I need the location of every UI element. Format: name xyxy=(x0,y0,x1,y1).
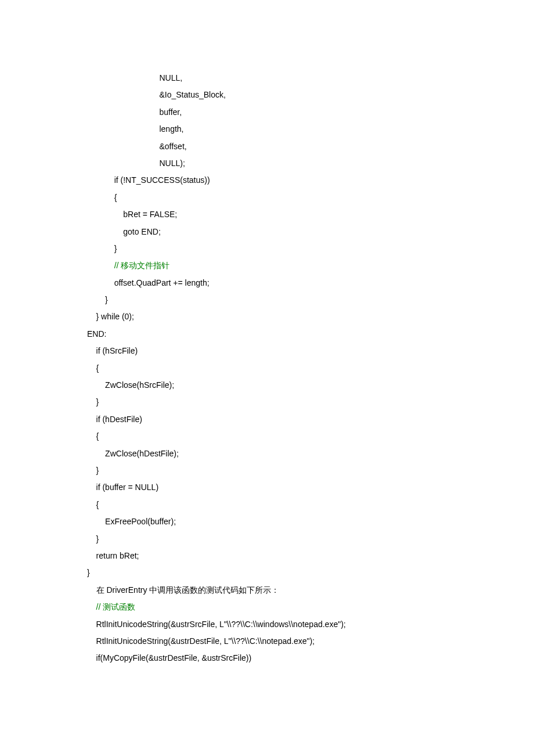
code-line: bRet = FALSE; xyxy=(87,206,447,223)
code-comment: // 移动文件指针 xyxy=(114,261,170,270)
code-line: } while (0); xyxy=(87,308,447,325)
code-line: if (hSrcFile) xyxy=(87,343,447,359)
code-line: &Io_Status_Block, xyxy=(87,87,447,103)
document-page: NULL, &Io_Status_Block, buffer, length, … xyxy=(0,0,534,756)
code-line: if (hDestFile) xyxy=(87,411,447,428)
code-line: ZwClose(hDestFile); xyxy=(87,445,447,462)
code-line: if (buffer = NULL) xyxy=(87,479,447,496)
code-line: offset.QuadPart += length; xyxy=(87,275,447,291)
code-line: } xyxy=(87,240,447,257)
code-label: END: xyxy=(87,326,447,343)
code-line: } xyxy=(87,462,447,479)
code-line: RtlInitUnicodeString(&ustrDestFile, L"\\… xyxy=(87,633,447,650)
code-comment: // 测试函数 xyxy=(96,602,136,611)
code-line: buffer, xyxy=(87,104,447,121)
code-line: { xyxy=(87,428,447,445)
code-line: return bRet; xyxy=(87,548,447,564)
code-line: if (!NT_SUCCESS(status)) xyxy=(87,172,447,189)
code-line: } xyxy=(87,564,447,581)
indent xyxy=(87,261,114,270)
code-line: ZwClose(hSrcFile); xyxy=(87,377,447,394)
code-line: // 移动文件指针 xyxy=(87,257,447,274)
code-line: // 测试函数 xyxy=(87,599,447,615)
code-line: goto END; xyxy=(87,224,447,240)
code-line: length, xyxy=(87,121,447,138)
code-line: ExFreePool(buffer); xyxy=(87,513,447,530)
code-line: NULL, xyxy=(87,70,447,87)
indent xyxy=(87,602,96,611)
code-line: { xyxy=(87,189,447,206)
code-line: RtlInitUnicodeString(&ustrSrcFile, L"\\?… xyxy=(87,616,447,633)
code-line: } xyxy=(87,291,447,308)
code-line: NULL); xyxy=(87,155,447,172)
code-line: } xyxy=(87,394,447,411)
code-line: { xyxy=(87,360,447,377)
text-line: 在 DriverEntry 中调用该函数的测试代码如下所示： xyxy=(87,582,447,599)
code-line: if(MyCopyFile(&ustrDestFile, &ustrSrcFil… xyxy=(87,650,447,667)
code-line: &offset, xyxy=(87,138,447,155)
code-line: { xyxy=(87,496,447,513)
code-line: } xyxy=(87,531,447,548)
